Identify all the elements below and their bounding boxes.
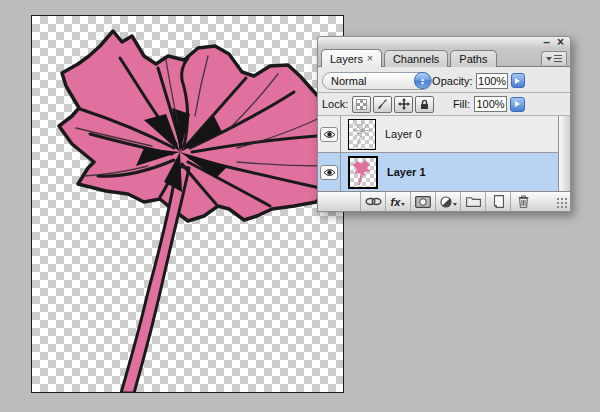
layer-mask-button[interactable] — [410, 192, 435, 211]
fill-label: Fill: — [453, 98, 470, 110]
link-layers-button[interactable] — [360, 192, 385, 211]
lock-row: Lock: Fill: 100% — [318, 93, 570, 115]
lock-all-icon — [420, 99, 429, 110]
chevron-down-icon — [546, 57, 552, 61]
stepper-icon[interactable]: ▲▼ — [414, 72, 431, 89]
eye-button[interactable] — [320, 127, 338, 142]
visibility-cell[interactable] — [318, 153, 341, 191]
new-group-button[interactable] — [460, 192, 485, 211]
lock-position-icon — [398, 98, 410, 110]
fill-value-field[interactable]: 100% — [474, 96, 507, 112]
layer1-thumbnail-art — [350, 158, 374, 185]
flower-artwork — [32, 16, 343, 392]
delete-layer-button[interactable] — [510, 192, 535, 211]
lock-pixels-button[interactable] — [373, 96, 392, 113]
lock-transparency-button[interactable] — [352, 96, 371, 113]
tab-paths[interactable]: Paths — [450, 50, 496, 67]
layers-palette: – × Layers × Channels Paths Normal — [317, 36, 571, 212]
layer-name[interactable]: Layer 0 — [385, 128, 422, 140]
opacity-slider-arrow-icon[interactable] — [511, 73, 525, 88]
tab-channels[interactable]: Channels — [384, 50, 448, 67]
tab-channels-label: Channels — [393, 53, 439, 65]
adjustment-layer-button[interactable] — [435, 192, 460, 211]
palette-toolbar: fx — [318, 191, 570, 211]
document-canvas[interactable] — [31, 15, 344, 393]
layer-thumbnail[interactable] — [348, 119, 376, 150]
tab-layers-label: Layers — [330, 53, 363, 65]
link-layers-icon — [365, 197, 382, 206]
fill-slider-arrow-icon[interactable] — [510, 97, 525, 112]
blend-mode-select[interactable]: Normal ▲▼ — [322, 72, 432, 90]
lock-pixels-icon — [377, 99, 388, 110]
menu-lines-icon — [554, 55, 562, 62]
tab-close-icon[interactable]: × — [367, 54, 373, 64]
visibility-cell[interactable] — [318, 116, 341, 152]
opacity-value-field[interactable]: 100% — [476, 73, 507, 89]
blend-mode-row: Normal ▲▼ Opacity: 100% — [318, 67, 570, 92]
chevron-down-icon — [401, 203, 405, 206]
new-layer-button[interactable] — [485, 192, 510, 211]
tab-layers[interactable]: Layers × — [321, 49, 382, 67]
lock-transparency-icon — [357, 100, 366, 109]
chevron-down-icon — [453, 203, 457, 206]
application-workspace: – × Layers × Channels Paths Normal — [0, 0, 600, 412]
panel-menu-icon[interactable] — [541, 51, 567, 65]
palette-titlebar[interactable]: – × — [317, 36, 571, 48]
lock-all-button[interactable] — [415, 96, 434, 113]
resize-grip-icon[interactable] — [556, 197, 569, 210]
lock-position-button[interactable] — [394, 96, 413, 113]
eye-icon — [323, 168, 336, 177]
close-icon[interactable]: × — [557, 38, 564, 47]
layer-style-button[interactable]: fx — [385, 192, 410, 211]
tab-paths-label: Paths — [459, 53, 487, 65]
delete-layer-icon — [518, 195, 529, 208]
palette-body: Normal ▲▼ Opacity: 100% Lock: — [317, 66, 571, 212]
layer-mask-icon — [415, 196, 431, 208]
adjustment-layer-icon — [440, 196, 452, 208]
scrollbar[interactable] — [558, 116, 570, 191]
layer-thumbnail[interactable] — [348, 156, 378, 189]
lock-label: Lock: — [322, 98, 348, 110]
new-layer-icon — [492, 195, 504, 208]
layers-list: Layer 0 Layer 1 — [318, 116, 570, 191]
layer-row-layer-1[interactable]: Layer 1 — [318, 153, 558, 191]
blend-mode-value: Normal — [331, 75, 366, 87]
layer-name[interactable]: Layer 1 — [387, 166, 426, 178]
minimize-icon[interactable]: – — [543, 38, 550, 47]
layer0-thumbnail-art — [349, 120, 375, 149]
opacity-label: Opacity: — [432, 75, 472, 87]
layer-style-icon: fx — [391, 197, 401, 207]
layer-row-layer-0[interactable]: Layer 0 — [318, 116, 558, 153]
eye-icon — [323, 130, 336, 139]
eye-button[interactable] — [320, 165, 338, 180]
new-group-icon — [466, 196, 481, 207]
palette-tab-strip: Layers × Channels Paths — [317, 48, 571, 66]
